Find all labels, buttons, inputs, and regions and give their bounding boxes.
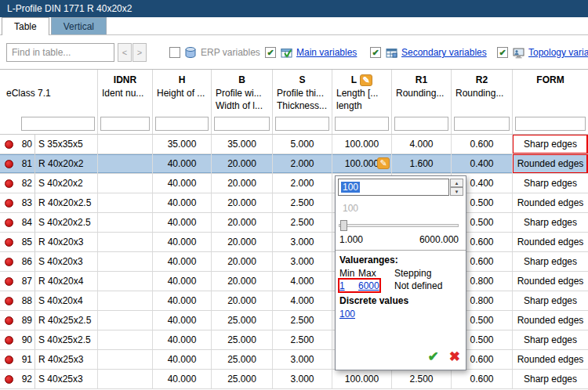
spinner-down-button[interactable]: ▼ (450, 187, 463, 196)
column-header-s[interactable]: S Profile thi... Thickness... (273, 70, 332, 134)
row-name: S 35x35x5 (35, 135, 98, 153)
tab-table[interactable]: Table (2, 17, 49, 35)
cell-b: 20.000 (212, 154, 273, 173)
eclass-label: eClass 7.1 (0, 88, 97, 102)
cell-form-value: Rounded edges (517, 315, 584, 326)
minmax-value-row: 16000Not defined (339, 280, 442, 291)
column-desc (513, 88, 588, 100)
confirm-icon[interactable]: ✔ (428, 348, 439, 365)
column-code: S (273, 72, 332, 88)
column-header-l[interactable]: L ✎ Length [... length (332, 70, 392, 134)
filter-idnr-input[interactable] (100, 117, 150, 131)
table-row[interactable]: 89 R 40x25x2.5 40.000 25.000 2.500 ✎ 0.5… (0, 311, 588, 330)
slider-thumb[interactable] (340, 220, 347, 231)
main-variables-checkbox[interactable]: ✔ (265, 47, 276, 58)
secondary-variables-checkbox[interactable]: ✔ (370, 47, 381, 58)
find-in-table-input[interactable] (6, 43, 114, 62)
cell-h: 40.000 (153, 370, 212, 388)
parts-table: eClass 7.1 IDNR Ident nu... H Height of … (0, 70, 588, 390)
status-dot-icon (5, 140, 13, 149)
column-header-r2[interactable]: R2 Rounding... (452, 70, 513, 134)
cell-form: Sharp edges (513, 291, 588, 310)
discrete-value-link[interactable]: 100 (339, 309, 355, 320)
cell-b: 25.000 (212, 350, 273, 369)
cell-h: 40.000 (153, 330, 212, 349)
length-value-input[interactable]: 100 (338, 179, 449, 196)
value-spinner: ▲ ▼ (450, 179, 463, 196)
min-value-link[interactable]: 1 (339, 280, 358, 291)
table-row[interactable]: 87 R 40x20x4 40.000 20.000 4.000 ✎ 0.800… (0, 272, 588, 291)
find-next-button[interactable]: > (132, 43, 147, 62)
cell-form-value: Rounded edges (517, 197, 584, 208)
table-row[interactable]: 82 S 40x20x2 40.000 20.000 2.000 ✎ 0.400… (0, 174, 588, 193)
cell-l: 100.000 ✎ (332, 154, 392, 173)
table-row[interactable]: 92 S 40x25x3 40.000 25.000 3.000 100.000… (0, 370, 588, 389)
erp-variables-group: ERP variables (169, 46, 260, 59)
row-icon-cell (0, 193, 17, 212)
secondary-variables-link[interactable]: Secondary variables (401, 47, 487, 58)
window-title: L-Profile DIN 1771 R 40x20x2 (7, 3, 132, 14)
cell-form: Rounded edges (513, 233, 588, 251)
column-header-h[interactable]: H Height of ... (153, 70, 212, 134)
cell-b: 20.000 (212, 193, 273, 212)
table-row[interactable]: 88 S 40x20x4 40.000 20.000 4.000 ✎ 0.800… (0, 291, 588, 311)
filter-h-input[interactable] (155, 117, 209, 131)
filter-name-input[interactable] (21, 117, 95, 131)
row-name: R 40x20x3 (35, 233, 98, 251)
main-variables-link[interactable]: Main variables (296, 47, 357, 58)
column-desc: Profile wi... (212, 88, 272, 100)
row-number: 92 (17, 370, 35, 388)
filter-r2-input[interactable] (454, 117, 510, 131)
tab-vertical[interactable]: Vertical (51, 17, 107, 34)
table-row[interactable]: 84 S 40x20x2.5 40.000 20.000 2.500 ✎ 0.5… (0, 213, 588, 233)
filter-r1-input[interactable] (394, 117, 448, 131)
row-icon-cell (0, 350, 17, 369)
filter-s-input[interactable] (275, 117, 329, 131)
cell-l-value: 100.000 (345, 158, 379, 169)
column-desc (392, 100, 451, 113)
cell-h: 40.000 (153, 272, 212, 291)
cell-s: 3.000 (273, 233, 332, 251)
spinner-up-button[interactable]: ▲ (450, 179, 463, 187)
max-value-link[interactable]: 6000 (358, 280, 394, 291)
edit-pencil-icon[interactable]: ✎ (377, 157, 390, 169)
erp-variables-checkbox[interactable] (169, 47, 180, 58)
window-titlebar: L-Profile DIN 1771 R 40x20x2 (0, 0, 588, 17)
column-desc: Length [... (332, 88, 391, 100)
filter-form-input[interactable] (515, 117, 586, 131)
cell-idnr (98, 154, 153, 173)
cancel-icon[interactable]: ✖ (449, 348, 460, 365)
filter-b-input[interactable] (214, 117, 270, 131)
topology-variables-checkbox[interactable]: ✔ (497, 47, 508, 58)
table-row[interactable]: 83 R 40x20x2.5 40.000 20.000 2.500 ✎ 0.5… (0, 193, 588, 213)
cell-s: 3.000 (273, 370, 332, 388)
column-desc (153, 100, 211, 113)
column-desc: Width of l... (212, 100, 272, 113)
status-dot-icon (5, 375, 13, 384)
table-row[interactable]: 85 R 40x20x3 40.000 20.000 3.000 ✎ 0.600… (0, 233, 588, 252)
row-icon-cell (0, 135, 17, 153)
column-header-r1[interactable]: R1 Rounding... (392, 70, 452, 134)
table-row[interactable]: 91 R 40x25x3 40.000 25.000 3.000 ✎ 0.600… (0, 350, 588, 370)
table-row[interactable]: 80 S 35x35x5 35.000 35.000 5.000 100.000… (0, 135, 588, 154)
cell-h: 40.000 (153, 252, 212, 271)
topology-variables-group: ✔ Topology varia (497, 46, 588, 59)
row-name: S 40x20x4 (35, 291, 98, 310)
column-header-idnr[interactable]: IDNR Ident nu... (98, 70, 153, 134)
table-row[interactable]: 90 S 40x25x2.5 40.000 25.000 2.500 ✎ 0.5… (0, 330, 588, 350)
cell-idnr (98, 291, 153, 310)
row-icon-cell (0, 154, 17, 173)
cell-h: 40.000 (153, 213, 212, 232)
row-number: 89 (17, 311, 35, 330)
edit-pencil-icon[interactable]: ✎ (360, 74, 372, 86)
cell-h: 40.000 (153, 233, 212, 251)
column-header-b[interactable]: B Profile wi... Width of l... (212, 70, 273, 134)
find-prev-button[interactable]: < (118, 43, 132, 62)
length-slider[interactable] (339, 218, 459, 233)
cell-s: 3.000 (273, 350, 332, 369)
table-row[interactable]: 86 S 40x20x3 40.000 20.000 3.000 ✎ 0.600… (0, 252, 588, 272)
filter-l-input[interactable] (335, 117, 389, 131)
topology-variables-link[interactable]: Topology varia (528, 47, 588, 58)
table-row[interactable]: 81 R 40x20x2 40.000 20.000 2.000 100.000… (0, 154, 588, 174)
column-header-form[interactable]: FORM (513, 70, 588, 134)
